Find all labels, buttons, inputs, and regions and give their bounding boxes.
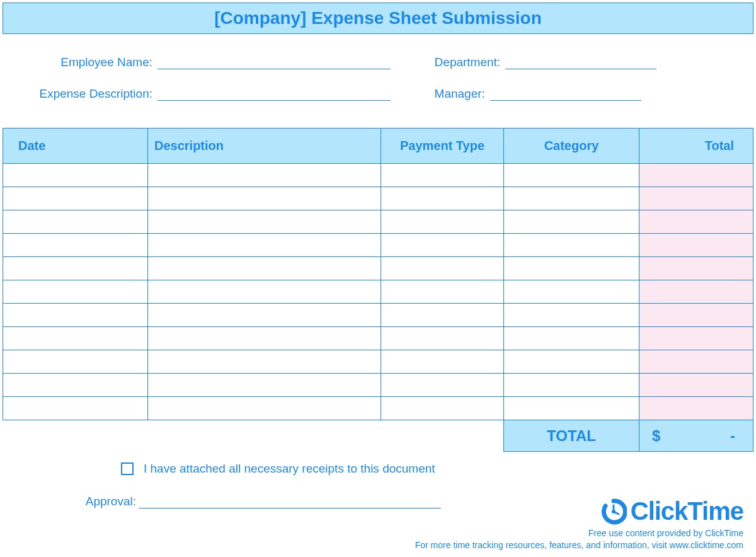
manager-label: Manager: bbox=[435, 87, 490, 101]
total-label: TOTAL bbox=[504, 420, 639, 452]
cell-date[interactable] bbox=[3, 234, 148, 257]
cell-payment-type[interactable] bbox=[381, 257, 504, 280]
cell-description[interactable] bbox=[148, 257, 381, 280]
cell-payment-type[interactable] bbox=[381, 187, 504, 210]
cell-category[interactable] bbox=[504, 397, 639, 420]
cell-total[interactable] bbox=[639, 164, 753, 187]
receipts-checkbox-row: I have attached all necessary receipts t… bbox=[0, 452, 756, 476]
cell-date[interactable] bbox=[3, 280, 148, 304]
cell-payment-type[interactable] bbox=[381, 327, 504, 350]
table-row bbox=[3, 304, 753, 327]
footer: Free use content provided by ClickTime F… bbox=[415, 527, 743, 552]
cell-category[interactable] bbox=[504, 234, 639, 257]
cell-payment-type[interactable] bbox=[381, 374, 504, 397]
header-description: Description bbox=[148, 129, 381, 164]
cell-date[interactable] bbox=[3, 257, 148, 280]
approval-input[interactable] bbox=[139, 495, 441, 508]
cell-category[interactable] bbox=[504, 187, 639, 210]
cell-total[interactable] bbox=[639, 327, 753, 350]
cell-date[interactable] bbox=[3, 397, 148, 420]
table-row bbox=[3, 257, 753, 280]
cell-total[interactable] bbox=[639, 210, 753, 234]
cell-category[interactable] bbox=[504, 210, 639, 234]
cell-total[interactable] bbox=[639, 187, 753, 210]
cell-total[interactable] bbox=[639, 280, 753, 304]
total-spacer bbox=[3, 420, 504, 452]
approval-label: Approval: bbox=[0, 495, 139, 508]
cell-description[interactable] bbox=[148, 350, 381, 374]
cell-payment-type[interactable] bbox=[381, 280, 504, 304]
department-field: Department: bbox=[435, 55, 731, 69]
cell-description[interactable] bbox=[148, 234, 381, 257]
cell-category[interactable] bbox=[504, 257, 639, 280]
table-row bbox=[3, 374, 753, 397]
cell-date[interactable] bbox=[3, 187, 148, 210]
expense-description-field: Expense Description: bbox=[25, 87, 435, 101]
clicktime-clock-icon bbox=[600, 498, 627, 525]
cell-description[interactable] bbox=[148, 397, 381, 420]
cell-date[interactable] bbox=[3, 350, 148, 374]
cell-description[interactable] bbox=[148, 210, 381, 234]
cell-category[interactable] bbox=[504, 304, 639, 327]
cell-description[interactable] bbox=[148, 164, 381, 187]
cell-total[interactable] bbox=[639, 350, 753, 374]
cell-payment-type[interactable] bbox=[381, 304, 504, 327]
cell-date[interactable] bbox=[3, 374, 148, 397]
total-amount: - bbox=[730, 427, 735, 445]
cell-total[interactable] bbox=[639, 374, 753, 397]
expense-description-input[interactable] bbox=[158, 87, 391, 101]
cell-date[interactable] bbox=[3, 210, 148, 234]
expense-table: Date Description Payment Type Category T… bbox=[3, 128, 753, 452]
cell-category[interactable] bbox=[504, 164, 639, 187]
cell-category[interactable] bbox=[504, 374, 639, 397]
cell-payment-type[interactable] bbox=[381, 397, 504, 420]
cell-total[interactable] bbox=[639, 234, 753, 257]
total-row: TOTAL $ - bbox=[3, 420, 753, 452]
cell-payment-type[interactable] bbox=[381, 234, 504, 257]
info-row-1: Employee Name: Department: bbox=[25, 55, 731, 69]
department-label: Department: bbox=[435, 55, 506, 69]
header-category: Category bbox=[504, 129, 639, 164]
cell-total[interactable] bbox=[639, 304, 753, 327]
footer-line-2: For more time tracking resources, featur… bbox=[415, 539, 743, 552]
info-section: Employee Name: Department: Expense Descr… bbox=[0, 37, 756, 128]
table-header-row: Date Description Payment Type Category T… bbox=[3, 129, 753, 164]
footer-line-1: Free use content provided by ClickTime bbox=[415, 527, 743, 540]
table-row bbox=[3, 234, 753, 257]
table-row bbox=[3, 397, 753, 420]
cell-total[interactable] bbox=[639, 397, 753, 420]
expense-description-label: Expense Description: bbox=[25, 87, 158, 101]
cell-payment-type[interactable] bbox=[381, 350, 504, 374]
table-row bbox=[3, 350, 753, 374]
receipts-checkbox[interactable] bbox=[121, 462, 134, 475]
cell-description[interactable] bbox=[148, 374, 381, 397]
table-row bbox=[3, 210, 753, 234]
cell-date[interactable] bbox=[3, 304, 148, 327]
cell-payment-type[interactable] bbox=[381, 164, 504, 187]
employee-name-label: Employee Name: bbox=[25, 55, 158, 69]
cell-date[interactable] bbox=[3, 164, 148, 187]
employee-name-input[interactable] bbox=[158, 55, 391, 69]
cell-category[interactable] bbox=[504, 280, 639, 304]
cell-category[interactable] bbox=[504, 327, 639, 350]
header-payment-type: Payment Type bbox=[381, 129, 504, 164]
total-value: $ - bbox=[639, 420, 753, 452]
manager-input[interactable] bbox=[490, 87, 641, 101]
total-currency: $ bbox=[652, 427, 660, 445]
table-row bbox=[3, 164, 753, 187]
cell-payment-type[interactable] bbox=[381, 210, 504, 234]
clicktime-logo-text: ClickTime bbox=[631, 497, 743, 525]
info-row-2: Expense Description: Manager: bbox=[25, 87, 731, 101]
cell-description[interactable] bbox=[148, 327, 381, 350]
cell-total[interactable] bbox=[639, 257, 753, 280]
svg-line-2 bbox=[614, 512, 619, 514]
cell-description[interactable] bbox=[148, 280, 381, 304]
employee-name-field: Employee Name: bbox=[25, 55, 435, 69]
table-row bbox=[3, 280, 753, 304]
cell-date[interactable] bbox=[3, 327, 148, 350]
cell-description[interactable] bbox=[148, 187, 381, 210]
department-input[interactable] bbox=[505, 55, 656, 69]
cell-category[interactable] bbox=[504, 350, 639, 374]
cell-description[interactable] bbox=[148, 304, 381, 327]
receipts-checkbox-label: I have attached all necessary receipts t… bbox=[144, 462, 435, 476]
